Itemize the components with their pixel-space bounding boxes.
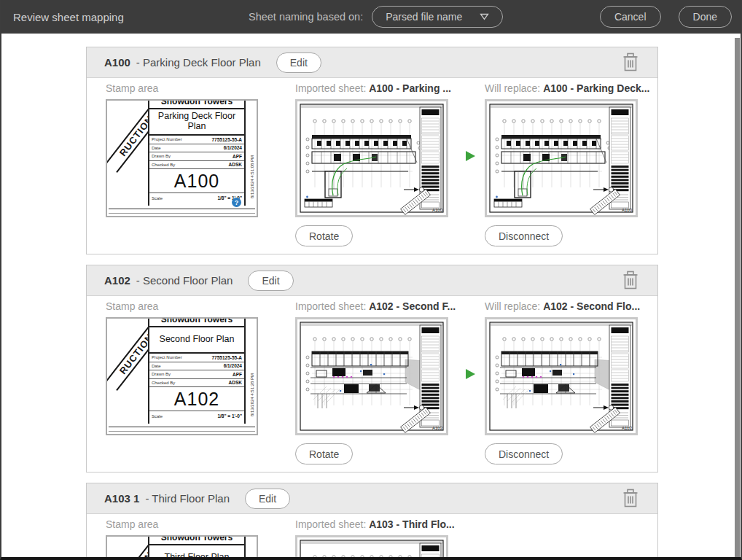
arrow-right-icon <box>464 368 476 380</box>
imported-column: Imported sheet: A102 - Second F... A102 … <box>295 300 448 464</box>
stamp-plan-title: Parking Deck Floor Plan <box>149 109 244 136</box>
sheet-card-list: A100 - Parking Deck Floor Plan Edit <box>86 47 658 560</box>
imported-sheet-name: A102 - Second F... <box>369 300 456 312</box>
card-header: A102 - Second Floor Plan Edit <box>87 265 657 296</box>
stamp-field: Checked ByADSK <box>149 161 244 170</box>
imported-sheet-name: A103 - Third Flo... <box>369 518 454 530</box>
sheet-edge-line <box>109 431 255 432</box>
info-icon[interactable]: ? <box>232 198 241 207</box>
sheet-number-small: A102 <box>432 426 442 430</box>
top-bar-actions: Cancel Done <box>600 6 732 28</box>
card-body: Stamp area RUCTION Snowdon Towers Parkin… <box>87 78 657 254</box>
floor-plan-drawing <box>297 537 446 560</box>
sheet-title: - Third Floor Plan <box>145 492 230 505</box>
delete-sheet-button[interactable] <box>621 52 640 74</box>
stamp-plan-title: Third Floor Plan <box>149 545 244 560</box>
stamp-scale-row: Scale1/8" = 1'-0" <box>149 411 244 421</box>
stamp-project-name: Snowdon Towers <box>149 317 244 327</box>
stamp-column: Stamp area RUCTION Snowdon Towers Second… <box>106 300 259 464</box>
edit-button[interactable]: Edit <box>276 52 321 73</box>
floor-plan-drawing <box>487 101 636 215</box>
edit-button[interactable]: Edit <box>245 489 290 509</box>
will-replace-name: A102 - Second Flo... <box>543 300 640 312</box>
stamp-field: Checked ByADSK <box>149 379 244 388</box>
sheet-number: A103 1 <box>104 492 139 505</box>
stamp-project-name: Snowdon Towers <box>149 99 244 109</box>
sheet-title: - Parking Deck Floor Plan <box>136 56 261 69</box>
card-body: Stamp area RUCTION Snowdon Towers Third … <box>87 514 657 560</box>
delete-sheet-button[interactable] <box>621 488 640 510</box>
sheet-naming-value: Parsed file name <box>386 11 462 23</box>
sheet-naming-group: Sheet naming based on: Parsed file name <box>249 0 503 34</box>
sheet-naming-dropdown[interactable]: Parsed file name <box>372 6 503 28</box>
page-title: Review sheet mapping <box>13 11 124 23</box>
stamp-area-thumbnail[interactable]: RUCTION Snowdon Towers Parking Deck Floo… <box>106 99 258 217</box>
stamp-column: Stamp area RUCTION Snowdon Towers Third … <box>106 518 259 560</box>
imported-sheet-label: Imported sheet: <box>295 82 366 94</box>
trash-icon <box>621 270 640 290</box>
stamp-field: Drawn ByAPF <box>149 370 244 379</box>
stamp-area-label: Stamp area <box>106 300 259 315</box>
delete-sheet-button[interactable] <box>621 270 640 292</box>
stamp-field: Project Number7755125-55-A <box>149 136 244 144</box>
stamp-field: Drawn ByAPF <box>149 152 244 161</box>
edit-button[interactable]: Edit <box>248 271 293 291</box>
rotate-button[interactable]: Rotate <box>295 443 353 464</box>
sheet-card-a102: A102 - Second Floor Plan Edit <box>86 265 658 472</box>
replace-sheet-thumbnail: A102 <box>485 317 638 435</box>
rotate-button[interactable]: Rotate <box>295 225 353 246</box>
stamp-sheet-number: A100 <box>149 169 244 193</box>
stamp-plan-title: Second Floor Plan <box>149 327 244 354</box>
stamp-field: Date6/1/2024 <box>149 362 244 371</box>
stamp-area-thumbnail[interactable]: RUCTION Snowdon Towers Second Floor Plan… <box>106 317 258 435</box>
done-button[interactable]: Done <box>679 6 732 28</box>
scrollbar[interactable] <box>735 38 740 559</box>
sheet-naming-label: Sheet naming based on: <box>249 11 363 23</box>
top-bar: Review sheet mapping Sheet naming based … <box>1 0 741 34</box>
floor-plan-drawing <box>297 319 446 433</box>
sheet-number-small: A100 <box>622 208 632 212</box>
imported-column: Imported sheet: A100 - Parking ... A100 … <box>295 82 448 246</box>
title-block: Snowdon Towers Third Floor Plan <box>148 535 246 560</box>
card-header: A103 1 - Third Floor Plan Edit <box>87 483 657 514</box>
sheet-card-a100: A100 - Parking Deck Floor Plan Edit <box>86 47 658 254</box>
imported-sheet-thumbnail: A100 <box>295 99 448 217</box>
stamp-project-name: Snowdon Towers <box>149 535 244 545</box>
floor-plan-drawing <box>297 101 446 215</box>
stamp-column: Stamp area RUCTION Snowdon Towers Parkin… <box>106 82 259 246</box>
will-replace-name: A100 - Parking Deck... <box>543 82 649 94</box>
stamp-area-thumbnail[interactable]: RUCTION Snowdon Towers Third Floor Plan <box>106 535 258 560</box>
disconnect-button[interactable]: Disconnect <box>485 443 563 464</box>
sheet-edge-line <box>109 209 255 209</box>
imported-sheet-name: A100 - Parking ... <box>369 82 451 94</box>
stamp-area-label: Stamp area <box>106 518 259 533</box>
will-replace-label: Will replace: <box>485 82 540 94</box>
sheet-title: - Second Floor Plan <box>136 274 233 287</box>
replace-sheet-thumbnail: A100 <box>485 99 638 217</box>
sheet-number-small: A102 <box>622 426 632 430</box>
sheet-number: A102 <box>104 274 130 287</box>
stamp-sheet-number: A102 <box>149 387 244 411</box>
imported-sheet-label: Imported sheet: <box>295 518 366 530</box>
title-block: Snowdon Towers Parking Deck Floor Plan P… <box>148 99 246 206</box>
replace-column: Will replace: A100 - Parking Deck... A10… <box>485 82 638 246</box>
disconnect-button[interactable]: Disconnect <box>485 225 563 246</box>
replace-column <box>485 518 638 560</box>
floor-plan-drawing <box>487 319 636 433</box>
stamp-field: Date6/1/2024 <box>149 144 244 153</box>
stamp-timestamp: 8/13/2024 4:51:28 PM <box>250 373 254 416</box>
cancel-button[interactable]: Cancel <box>600 6 661 28</box>
sheet-card-a103: A103 1 - Third Floor Plan Edit <box>86 483 658 560</box>
imported-column: Imported sheet: A103 - Third Flo... <box>295 518 448 560</box>
trash-icon <box>621 52 640 72</box>
review-sheet-mapping-screen: Review sheet mapping Sheet naming based … <box>0 0 742 560</box>
card-body: Stamp area RUCTION Snowdon Towers Second… <box>87 296 657 472</box>
stamp-area-label: Stamp area <box>106 82 259 97</box>
sheet-number: A100 <box>104 56 130 69</box>
imported-sheet-label: Imported sheet: <box>295 300 366 312</box>
stamp-field: Project Number7755125-55-A <box>149 354 244 362</box>
stamp-timestamp: 8/13/2024 4:51:08 PM <box>250 155 254 198</box>
imported-sheet-thumbnail <box>295 535 448 560</box>
sheet-edge-line <box>109 213 255 214</box>
sheet-number-small: A100 <box>432 208 442 212</box>
